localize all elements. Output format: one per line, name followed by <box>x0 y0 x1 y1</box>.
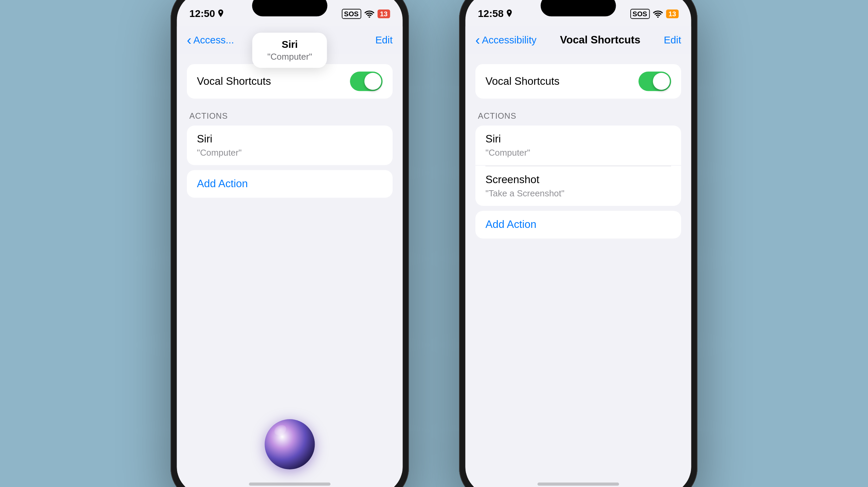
left-edit-button[interactable]: Edit <box>375 35 393 46</box>
right-time: 12:58 <box>478 8 513 19</box>
left-toggle-knob <box>364 73 381 90</box>
right-toggle-row: Vocal Shortcuts <box>475 64 681 99</box>
right-actions-card: Siri "Computer" Screenshot "Take a Scree… <box>475 125 681 206</box>
left-add-action-label: Add Action <box>197 178 248 190</box>
left-back-button[interactable]: Access... <box>187 33 234 47</box>
left-toggle-label: Vocal Shortcuts <box>197 75 271 87</box>
wifi-icon-right <box>653 10 663 18</box>
right-screenshot-title: Screenshot <box>486 174 671 187</box>
dynamic-island-right <box>541 0 616 16</box>
left-chevron-icon <box>187 33 192 47</box>
right-toggle-knob <box>653 73 670 90</box>
right-siri-title: Siri <box>486 133 671 145</box>
svg-point-1 <box>657 16 658 18</box>
left-status-right: SOS 13 <box>341 9 390 19</box>
sos-badge-left: SOS <box>341 9 361 19</box>
left-siri-subtitle: "Computer" <box>197 148 383 158</box>
left-phone: 12:50 SOS 13 <box>171 0 409 487</box>
right-back-button[interactable]: Accessibility <box>475 33 536 47</box>
wifi-icon-left <box>364 10 374 18</box>
left-add-action-button[interactable]: Add Action <box>187 170 393 198</box>
right-actions-section-label: ACTIONS <box>475 111 681 121</box>
left-toggle-row: Vocal Shortcuts <box>187 64 393 99</box>
right-add-action-label: Add Action <box>486 218 536 230</box>
siri-tooltip-title: Siri <box>267 39 312 50</box>
right-phone-screen: 12:58 SOS 13 <box>466 0 691 487</box>
location-icon-right <box>506 9 513 18</box>
right-nav-bar: Accessibility Vocal Shortcuts Edit <box>466 26 691 54</box>
right-phone: 12:58 SOS 13 <box>459 0 697 487</box>
left-time: 12:50 <box>190 8 224 19</box>
battery-badge-right: 13 <box>666 9 678 18</box>
svg-point-0 <box>369 16 370 18</box>
right-toggle-switch[interactable] <box>638 72 671 91</box>
right-edit-button[interactable]: Edit <box>664 35 681 46</box>
location-icon-left <box>217 9 224 18</box>
right-screenshot-subtitle: "Take a Screenshot" <box>486 188 671 198</box>
left-action-siri[interactable]: Siri "Computer" <box>187 125 393 165</box>
left-home-indicator <box>177 473 403 487</box>
left-phone-screen: 12:50 SOS 13 <box>177 0 403 487</box>
siri-ball-container[interactable] <box>265 419 315 469</box>
right-action-siri[interactable]: Siri "Computer" <box>475 125 681 165</box>
right-action-screenshot[interactable]: Screenshot "Take a Screenshot" <box>475 166 681 206</box>
sos-badge-right: SOS <box>630 9 650 19</box>
siri-ball <box>265 419 315 469</box>
right-siri-subtitle: "Computer" <box>486 148 671 158</box>
battery-badge-left: 13 <box>377 9 390 18</box>
left-actions-card: Siri "Computer" <box>187 125 393 165</box>
dynamic-island-left <box>252 0 328 16</box>
right-home-bar <box>537 482 619 485</box>
right-chevron-icon <box>475 33 480 47</box>
siri-tooltip-subtitle: "Computer" <box>267 52 312 62</box>
left-content: Vocal Shortcuts ACTIONS Siri "Computer" … <box>177 54 403 473</box>
left-siri-title: Siri <box>197 133 383 145</box>
right-nav-title: Vocal Shortcuts <box>560 34 640 46</box>
right-status-right: SOS 13 <box>630 9 678 19</box>
right-home-indicator <box>466 473 691 487</box>
right-toggle-label: Vocal Shortcuts <box>486 75 560 87</box>
siri-tooltip: Siri "Computer" <box>252 33 327 68</box>
right-content: Vocal Shortcuts ACTIONS Siri "Computer" … <box>466 54 691 473</box>
left-home-bar <box>249 482 331 485</box>
left-actions-section-label: ACTIONS <box>187 111 393 121</box>
phones-wrapper: 12:50 SOS 13 <box>171 0 697 487</box>
right-add-action-button[interactable]: Add Action <box>475 211 681 238</box>
left-toggle-switch[interactable] <box>350 72 382 91</box>
